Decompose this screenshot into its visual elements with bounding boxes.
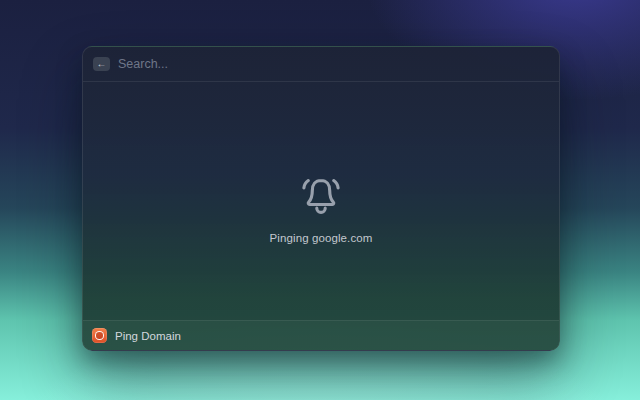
footer-bar: Ping Domain — [83, 320, 559, 350]
command-name: Ping Domain — [115, 330, 181, 342]
back-arrow-icon: ← — [97, 59, 107, 69]
back-button[interactable]: ← — [93, 57, 110, 71]
ping-ring-glyph — [95, 331, 104, 340]
bell-icon — [300, 174, 342, 219]
status-view: Pinging google.com — [83, 82, 559, 320]
launcher-window: ← Pinging google.com Ping Domain — [82, 46, 560, 351]
status-text: Pinging google.com — [270, 232, 373, 244]
desktop-background: ← Pinging google.com Ping Domain — [0, 0, 640, 400]
ping-extension-icon — [92, 328, 107, 343]
search-header: ← — [83, 47, 559, 82]
search-input[interactable] — [118, 57, 549, 71]
